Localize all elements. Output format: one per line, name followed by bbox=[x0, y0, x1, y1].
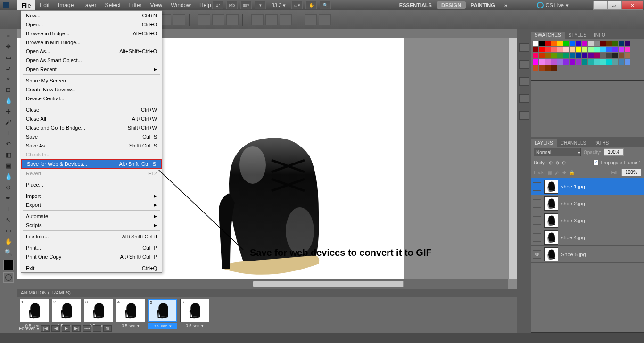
swatch[interactable] bbox=[576, 41, 581, 46]
opt-icon-3[interactable] bbox=[226, 14, 239, 25]
next-frame-button[interactable]: ▶| bbox=[72, 325, 81, 332]
panel-tab-paths[interactable]: PATHS bbox=[590, 139, 612, 147]
lasso-tool[interactable]: ⊃ bbox=[2, 63, 15, 73]
swatch[interactable] bbox=[563, 41, 569, 46]
vertical-scrollbar[interactable] bbox=[508, 38, 517, 279]
file-menu-import[interactable]: Import▶ bbox=[21, 191, 162, 200]
hand-tool[interactable]: ✋ bbox=[2, 236, 15, 246]
screen-mode-icon[interactable]: ▾ bbox=[255, 1, 266, 9]
swatch[interactable] bbox=[600, 59, 606, 65]
menu-window[interactable]: Window bbox=[166, 0, 195, 10]
prev-frame-button[interactable]: ◀ bbox=[51, 325, 60, 332]
file-menu-save-for-web-devices[interactable]: Save for Web & Devices...Alt+Shift+Ctrl+… bbox=[21, 159, 162, 169]
type-tool[interactable]: T bbox=[2, 204, 15, 214]
shape-tool[interactable]: ▭ bbox=[2, 225, 15, 236]
swatch[interactable] bbox=[557, 59, 563, 65]
swatch[interactable] bbox=[533, 47, 538, 52]
snapshot-strip-icon[interactable] bbox=[519, 111, 529, 120]
menu-view[interactable]: View bbox=[146, 0, 166, 10]
swatch[interactable] bbox=[606, 53, 612, 58]
swatch[interactable] bbox=[612, 59, 618, 65]
swatch[interactable] bbox=[551, 41, 557, 46]
opacity-input[interactable]: 100% bbox=[604, 148, 624, 156]
animation-frame[interactable]: 40.5 sec.▾ bbox=[116, 299, 145, 329]
swatch[interactable] bbox=[570, 53, 575, 58]
swatch[interactable] bbox=[557, 41, 563, 46]
swatch[interactable] bbox=[582, 53, 587, 58]
file-menu-open-as[interactable]: Open As...Alt+Shift+Ctrl+O bbox=[21, 47, 162, 56]
swatch[interactable] bbox=[588, 59, 594, 65]
unify-icon-2[interactable]: ⊗ bbox=[555, 160, 559, 165]
layer-visibility-icon[interactable] bbox=[533, 216, 541, 225]
opt-icon-1[interactable] bbox=[198, 14, 210, 25]
layer-row[interactable]: shoe 3.jpg bbox=[531, 212, 644, 229]
swatch[interactable] bbox=[582, 47, 587, 52]
path-tool[interactable]: ↖ bbox=[2, 214, 15, 225]
swatch[interactable] bbox=[612, 41, 618, 46]
menu-help[interactable]: Help bbox=[195, 0, 215, 10]
lock-position-icon[interactable]: ✥ bbox=[562, 170, 566, 175]
swatch[interactable] bbox=[557, 53, 563, 58]
swatch[interactable] bbox=[545, 65, 551, 71]
layer-visibility-icon[interactable] bbox=[533, 233, 541, 242]
quick-mask-icon[interactable] bbox=[3, 272, 14, 283]
file-menu-scripts[interactable]: Scripts▶ bbox=[21, 220, 162, 229]
lock-pixels-icon[interactable]: 🖌 bbox=[555, 170, 560, 175]
swatch[interactable] bbox=[625, 59, 630, 65]
dodge-tool[interactable]: ⊙ bbox=[2, 182, 15, 192]
layer-row[interactable]: 👁Shoe 5.jpg bbox=[531, 246, 644, 263]
panel-tab-styles[interactable]: STYLES bbox=[565, 32, 590, 39]
file-menu-exit[interactable]: ExitCtrl+Q bbox=[21, 263, 162, 272]
swatch[interactable] bbox=[625, 41, 630, 46]
tween-button[interactable]: ⟿ bbox=[83, 325, 91, 332]
animation-frame[interactable]: 50.5 sec.▾ bbox=[148, 299, 177, 329]
fill-input[interactable]: 100% bbox=[621, 169, 641, 176]
stamp-tool[interactable]: ⊥ bbox=[2, 128, 15, 138]
file-menu-new[interactable]: New...Ctrl+N bbox=[21, 11, 162, 20]
file-menu-save-as[interactable]: Save As...Shift+Ctrl+S bbox=[21, 141, 162, 150]
swatch[interactable] bbox=[612, 47, 618, 52]
layer-row[interactable]: shoe 2.jpg bbox=[531, 195, 644, 212]
arrange-icon[interactable]: ▭▾ bbox=[291, 1, 303, 9]
animation-frame[interactable]: 20.5 sec.▾ bbox=[52, 299, 81, 329]
swatch[interactable] bbox=[539, 59, 545, 65]
swatch[interactable] bbox=[606, 47, 612, 52]
layer-visibility-icon[interactable]: 👁 bbox=[533, 250, 541, 259]
menu-file[interactable]: File bbox=[17, 0, 35, 10]
play-button[interactable]: ▶ bbox=[62, 325, 70, 332]
swatch[interactable] bbox=[594, 59, 600, 65]
swatch[interactable] bbox=[600, 41, 606, 46]
panel-tab-layers[interactable]: LAYERS bbox=[531, 139, 557, 147]
minimize-button[interactable]: — bbox=[593, 1, 607, 10]
collapse-icon[interactable]: » bbox=[2, 30, 15, 41]
swatch[interactable] bbox=[545, 41, 551, 46]
file-menu-device-central[interactable]: Device Central... bbox=[21, 94, 162, 103]
hand-tool-icon[interactable]: ✋ bbox=[305, 1, 317, 9]
swatch[interactable] bbox=[619, 59, 624, 65]
layer-row[interactable]: shoe 4.jpg bbox=[531, 229, 644, 246]
file-menu-create-new-review[interactable]: Create New Review... bbox=[21, 85, 162, 94]
opt-icon-2[interactable] bbox=[212, 14, 224, 25]
swatch[interactable] bbox=[619, 47, 624, 52]
opt-icon-6[interactable] bbox=[280, 14, 292, 25]
zoom-value[interactable]: 33.3 ▾ bbox=[269, 2, 289, 8]
panel-tab-channels[interactable]: CHANNELS bbox=[557, 139, 590, 147]
file-menu-export[interactable]: Export▶ bbox=[21, 200, 162, 209]
zoom-tool-icon[interactable]: 🔍 bbox=[320, 1, 331, 9]
zoom-tool[interactable]: 🔍 bbox=[2, 247, 15, 257]
mb-strip-icon[interactable] bbox=[519, 43, 529, 52]
swatch[interactable] bbox=[539, 53, 545, 58]
panel-tab-swatches[interactable]: SWATCHES bbox=[531, 32, 565, 39]
file-menu-browse-in-bridge[interactable]: Browse in Bridge...Alt+Ctrl+O bbox=[21, 29, 162, 38]
menu-filter[interactable]: Filter bbox=[125, 0, 146, 10]
gradient-tool[interactable]: ▣ bbox=[2, 160, 15, 171]
unify-icon-1[interactable]: ⊕ bbox=[549, 160, 553, 165]
horizontal-scrollbar[interactable] bbox=[17, 279, 508, 289]
swatch[interactable] bbox=[551, 65, 557, 71]
swatch[interactable] bbox=[545, 47, 551, 52]
swatch[interactable] bbox=[619, 53, 624, 58]
distribute-v-icon[interactable] bbox=[173, 14, 185, 25]
file-menu-share-my-screen[interactable]: Share My Screen... bbox=[21, 76, 162, 85]
delete-frame-button[interactable]: 🗑 bbox=[103, 325, 112, 332]
swatch[interactable] bbox=[533, 65, 538, 71]
